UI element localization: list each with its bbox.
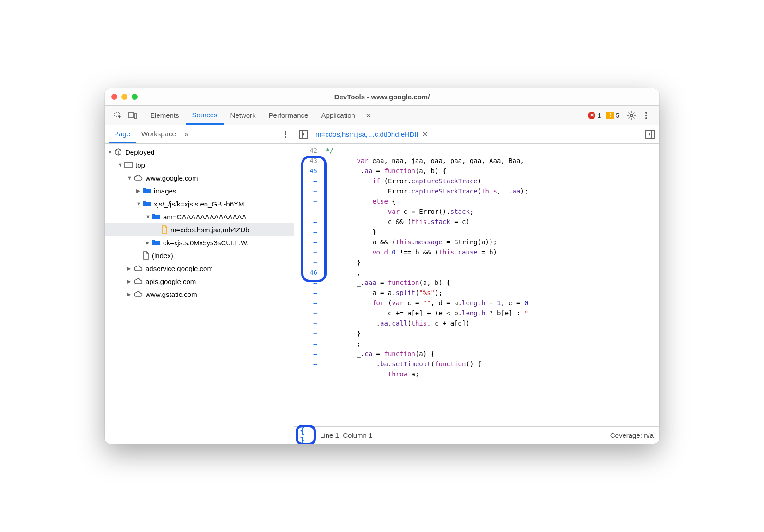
tree-item[interactable]: ▼top xyxy=(105,158,294,171)
line-number[interactable]: ‒ xyxy=(294,237,317,247)
tree-item[interactable]: ▼www.google.com xyxy=(105,171,294,184)
line-number[interactable]: ‒ xyxy=(294,359,317,369)
line-number[interactable]: 42 xyxy=(294,145,317,156)
line-number[interactable]: 45 xyxy=(294,166,317,176)
tab-elements[interactable]: Elements xyxy=(144,107,186,124)
inspect-element-icon[interactable] xyxy=(110,108,125,123)
code-line: throw a; xyxy=(326,369,655,379)
cloud-icon xyxy=(133,265,143,272)
navigator-tab-workspace[interactable]: Workspace xyxy=(136,126,182,143)
more-tabs-button[interactable]: » xyxy=(362,107,376,124)
code-line: c += a[e] + (e < b.length ? b[e] : " xyxy=(326,308,655,318)
device-toggle-icon[interactable] xyxy=(125,108,140,123)
line-number[interactable]: ‒ xyxy=(294,278,317,288)
svg-rect-2 xyxy=(134,114,137,118)
line-number[interactable]: ‒ xyxy=(294,339,317,349)
tab-application[interactable]: Application xyxy=(315,107,361,124)
issue-badges: ✕ 1 ! 5 xyxy=(588,112,619,119)
tree-item[interactable]: ▼xjs/_/js/k=xjs.s.en_GB.-b6YM xyxy=(105,197,294,210)
navigator-menu-icon[interactable] xyxy=(281,127,290,142)
line-number[interactable]: ‒ xyxy=(294,206,317,217)
folder-icon xyxy=(143,200,151,207)
more-navigator-tabs[interactable]: » xyxy=(182,127,191,142)
tab-sources[interactable]: Sources xyxy=(186,106,224,125)
code-line: } xyxy=(326,328,655,339)
line-number[interactable]: ‒ xyxy=(294,308,317,318)
line-number[interactable]: ‒ xyxy=(294,186,317,196)
status-bar: { } Line 1, Column 1 Coverage: n/a xyxy=(294,426,659,444)
close-tab-icon[interactable]: ✕ xyxy=(422,130,428,139)
code-line: ; xyxy=(326,267,655,278)
tree-item[interactable]: ▶ck=xjs.s.0Mx5ys3sCUI.L.W. xyxy=(105,236,294,249)
errors-badge[interactable]: ✕ 1 xyxy=(588,112,601,119)
line-number[interactable]: ‒ xyxy=(294,217,317,227)
titlebar: DevTools - www.google.com/ xyxy=(105,88,659,106)
tree-item[interactable]: ▼am=CAAAAAAAAAAAAAA xyxy=(105,210,294,223)
navigator-tabs: PageWorkspace » xyxy=(105,125,294,144)
code-line: */ xyxy=(326,145,655,156)
toggle-debugger-icon[interactable] xyxy=(644,129,655,140)
line-gutter[interactable]: 424345‒‒‒‒‒‒‒‒‒46‒‒‒‒‒‒‒‒‒ xyxy=(294,144,322,426)
navigator-tab-page[interactable]: Page xyxy=(109,126,136,143)
svg-point-3 xyxy=(630,114,633,117)
toggle-navigator-icon[interactable] xyxy=(298,129,309,140)
line-number[interactable]: 46 xyxy=(294,267,317,278)
maximize-window-button[interactable] xyxy=(132,94,138,100)
tree-arrow-icon: ▶ xyxy=(127,278,133,284)
svg-point-9 xyxy=(285,136,286,138)
tree-item[interactable]: ▶apis.google.com xyxy=(105,275,294,288)
more-options-icon[interactable] xyxy=(639,108,654,123)
tab-network[interactable]: Network xyxy=(224,107,262,124)
code-line: _.ca = function(a) { xyxy=(326,349,655,359)
svg-point-5 xyxy=(645,115,647,116)
line-number[interactable]: 43 xyxy=(294,156,317,166)
code-line: a && (this.message = String(a)); xyxy=(326,237,655,247)
line-number[interactable]: ‒ xyxy=(294,257,317,267)
line-number[interactable]: ‒ xyxy=(294,349,317,359)
code-line: } xyxy=(326,257,655,267)
tree-item[interactable]: m=cdos,hsm,jsa,mb4ZUb xyxy=(105,223,294,236)
code-line: _.aaa = function(a, b) { xyxy=(326,278,655,288)
close-window-button[interactable] xyxy=(111,94,117,100)
line-number[interactable]: ‒ xyxy=(294,298,317,308)
line-number[interactable]: ‒ xyxy=(294,288,317,298)
line-number[interactable]: ‒ xyxy=(294,196,317,206)
minimize-window-button[interactable] xyxy=(121,94,127,100)
tree-arrow-icon: ▶ xyxy=(146,240,152,246)
svg-point-8 xyxy=(285,133,286,135)
code-line: else { xyxy=(326,196,655,206)
warnings-badge[interactable]: ! 5 xyxy=(606,112,619,119)
tab-performance[interactable]: Performance xyxy=(262,107,315,124)
warning-icon: ! xyxy=(606,112,614,119)
error-count: 1 xyxy=(597,112,601,119)
editor-tab-active[interactable]: m=cdos,hsm,jsa,…c,dtl0hd,eHDfl ✕ xyxy=(313,128,431,140)
line-number[interactable]: ‒ xyxy=(294,247,317,257)
svg-point-6 xyxy=(645,117,647,119)
cloud-icon xyxy=(133,175,143,181)
line-number[interactable]: ‒ xyxy=(294,176,317,186)
tree-item[interactable]: ▶adservice.google.com xyxy=(105,262,294,275)
tree-item[interactable]: ▶www.gstatic.com xyxy=(105,288,294,301)
tree-item[interactable]: ▼Deployed xyxy=(105,145,294,158)
line-number[interactable]: ‒ xyxy=(294,328,317,339)
tree-item-label: m=cdos,hsm,jsa,mb4ZUb xyxy=(170,226,249,234)
line-number[interactable]: ‒ xyxy=(294,227,317,237)
editor-tabs: m=cdos,hsm,jsa,…c,dtl0hd,eHDfl ✕ xyxy=(294,125,659,144)
file-icon xyxy=(161,225,168,234)
code-line: for (var c = "", d = a.length - 1, e = 0 xyxy=(326,298,655,308)
tree-item-label: am=CAAAAAAAAAAAAAA xyxy=(163,213,247,221)
window-title: DevTools - www.google.com/ xyxy=(105,93,659,101)
tree-item[interactable]: ▶images xyxy=(105,184,294,197)
code-area[interactable]: */ var eaa, naa, jaa, oaa, paa, qaa, Aaa… xyxy=(322,144,659,426)
tree-item-label: www.google.com xyxy=(146,174,198,182)
folder-icon xyxy=(152,213,160,220)
code-line: _.aa = function(a, b) { xyxy=(326,166,655,176)
pretty-print-button[interactable]: { } xyxy=(300,428,315,443)
svg-rect-1 xyxy=(128,113,134,117)
code-line: _.aa.call(this, c + a[d]) xyxy=(326,318,655,328)
tree-arrow-icon: ▼ xyxy=(146,214,152,219)
code-line: ; xyxy=(326,339,655,349)
line-number[interactable]: ‒ xyxy=(294,318,317,328)
settings-icon[interactable] xyxy=(624,108,639,123)
tree-item[interactable]: (index) xyxy=(105,249,294,262)
